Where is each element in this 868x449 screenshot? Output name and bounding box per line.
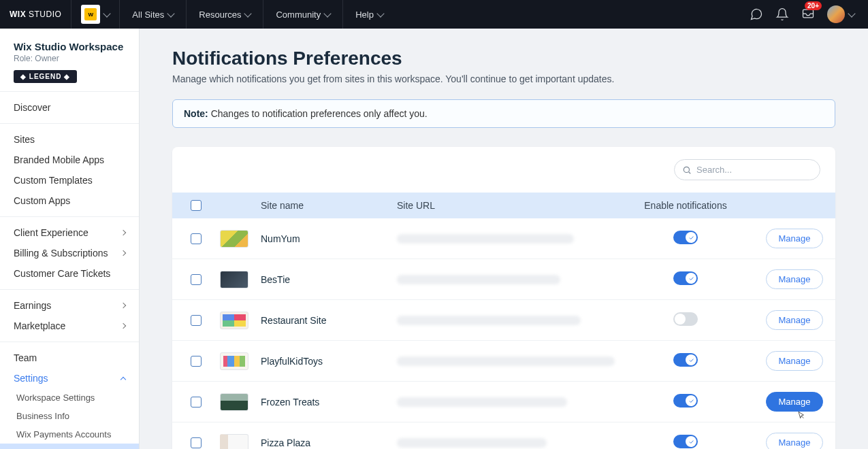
sidebar-sub-business-info[interactable]: Business Info — [0, 407, 139, 425]
column-site-name: Site name — [261, 200, 397, 211]
table-row: Pizza Plaza Manage — [172, 422, 835, 449]
sidebar-item-discover[interactable]: Discover — [0, 97, 139, 118]
manage-button[interactable]: Manage — [766, 310, 824, 330]
workspace-icon: W — [81, 5, 100, 24]
manage-button[interactable]: Manage — [766, 269, 824, 289]
chevron-down-icon — [244, 10, 252, 17]
site-url-redacted — [397, 234, 574, 244]
inbox-button[interactable]: 20+ — [801, 7, 815, 22]
enable-toggle[interactable] — [673, 231, 698, 244]
logo-area: WIX STUDIO W — [0, 0, 120, 29]
manage-button[interactable]: Manage — [766, 392, 824, 412]
row-checkbox[interactable] — [191, 397, 202, 408]
nav-help[interactable]: Help — [343, 0, 396, 29]
select-all-checkbox[interactable] — [191, 200, 202, 211]
site-url-redacted — [397, 316, 581, 325]
site-name: NumYum — [261, 233, 397, 244]
chevron-up-icon — [120, 376, 126, 382]
chevron-right-icon — [120, 323, 126, 329]
enable-toggle[interactable] — [673, 312, 698, 326]
nav-all-sites[interactable]: All Sites — [120, 0, 187, 29]
sidebar-item-branded[interactable]: Branded Mobile Apps — [0, 150, 139, 170]
manage-button[interactable]: Manage — [766, 433, 824, 449]
site-name: BesTie — [261, 274, 397, 285]
site-thumbnail — [220, 230, 248, 248]
top-bar: WIX STUDIO W All Sites Resources Communi… — [0, 0, 868, 29]
table-header: Site name Site URL Enable notifications — [172, 193, 835, 218]
site-thumbnail — [220, 434, 248, 450]
table-row: PlayfulKidToys Manage — [172, 341, 835, 382]
legend-badge: ◆ LEGEND ◆ — [14, 70, 77, 83]
row-checkbox[interactable] — [191, 356, 202, 367]
sidebar-item-sites[interactable]: Sites — [0, 129, 139, 150]
chevron-right-icon — [120, 250, 126, 256]
sidebar-item-team[interactable]: Team — [0, 348, 139, 368]
note-label: Note: — [184, 108, 208, 119]
column-enable: Enable notifications — [617, 200, 754, 211]
chevron-right-icon — [120, 303, 126, 308]
note-banner: Note: Changes to notification preference… — [172, 99, 835, 128]
site-url-redacted — [397, 397, 567, 407]
nav-resources[interactable]: Resources — [187, 0, 263, 29]
chevron-right-icon — [120, 230, 126, 235]
chat-icon[interactable] — [750, 7, 763, 21]
chevron-down-icon — [376, 10, 384, 17]
site-thumbnail — [220, 312, 248, 329]
sidebar-sub-workspace-settings[interactable]: Workspace Settings — [0, 388, 139, 407]
manage-button[interactable]: Manage — [766, 351, 824, 371]
site-url-redacted — [397, 275, 560, 284]
inbox-badge: 20+ — [805, 1, 822, 10]
svg-point-1 — [684, 167, 689, 172]
workspace-switcher[interactable]: W — [71, 0, 120, 29]
sidebar: Wix Studio Workspace Role: Owner ◆ LEGEN… — [0, 29, 140, 449]
sites-panel: Site name Site URL Enable notifications … — [172, 147, 835, 449]
enable-toggle[interactable] — [673, 435, 698, 448]
row-checkbox[interactable] — [191, 437, 202, 448]
site-thumbnail — [220, 271, 248, 288]
bell-icon[interactable] — [775, 7, 789, 21]
sidebar-item-marketplace[interactable]: Marketplace — [0, 316, 139, 336]
sidebar-item-client-experience[interactable]: Client Experience — [0, 222, 139, 243]
manage-button[interactable]: Manage — [766, 229, 824, 248]
site-name: PlayfulKidToys — [261, 356, 397, 367]
main-content: Notifications Preferences Manage which n… — [140, 29, 868, 449]
logo[interactable]: WIX STUDIO — [0, 10, 71, 19]
row-checkbox[interactable] — [191, 233, 202, 244]
sidebar-item-tickets[interactable]: Customer Care Tickets — [0, 263, 139, 284]
table-row: NumYum Manage — [172, 218, 835, 259]
table-row: Frozen Treats Manage — [172, 382, 835, 422]
search-wrap — [674, 159, 820, 180]
enable-toggle[interactable] — [673, 271, 698, 285]
chevron-down-icon — [324, 10, 332, 17]
table-row: BesTie Manage — [172, 259, 835, 300]
nav-community[interactable]: Community — [263, 0, 343, 29]
column-site-url: Site URL — [397, 200, 617, 211]
site-thumbnail — [220, 352, 248, 370]
search-input[interactable] — [674, 159, 820, 180]
top-nav: All Sites Resources Community Help — [120, 0, 396, 29]
top-right: 20+ — [750, 5, 868, 23]
sidebar-item-apps[interactable]: Custom Apps — [0, 190, 139, 211]
workspace-title: Wix Studio Workspace — [14, 41, 125, 52]
sidebar-sub-notifications[interactable]: Notifications Preferences — [0, 444, 139, 449]
site-name: Frozen Treats — [261, 397, 397, 408]
row-checkbox[interactable] — [191, 315, 202, 326]
workspace-block: Wix Studio Workspace Role: Owner ◆ LEGEN… — [0, 29, 139, 91]
avatar — [827, 5, 845, 23]
workspace-role: Role: Owner — [14, 54, 125, 63]
page-description: Manage which notifications you get from … — [172, 73, 835, 84]
sidebar-item-templates[interactable]: Custom Templates — [0, 170, 139, 190]
chevron-down-icon — [848, 10, 855, 17]
sidebar-item-settings[interactable]: Settings — [0, 368, 139, 388]
user-menu[interactable] — [827, 5, 854, 23]
chevron-down-icon — [103, 10, 111, 17]
sidebar-item-billing[interactable]: Billing & Subscriptions — [0, 243, 139, 263]
sidebar-sub-wix-payments[interactable]: Wix Payments Accounts — [0, 425, 139, 444]
enable-toggle[interactable] — [673, 353, 698, 367]
page-title: Notifications Preferences — [172, 48, 835, 69]
row-checkbox[interactable] — [191, 274, 202, 285]
enable-toggle[interactable] — [673, 394, 698, 408]
search-icon — [682, 165, 692, 175]
site-thumbnail — [220, 393, 248, 411]
sidebar-item-earnings[interactable]: Earnings — [0, 295, 139, 316]
